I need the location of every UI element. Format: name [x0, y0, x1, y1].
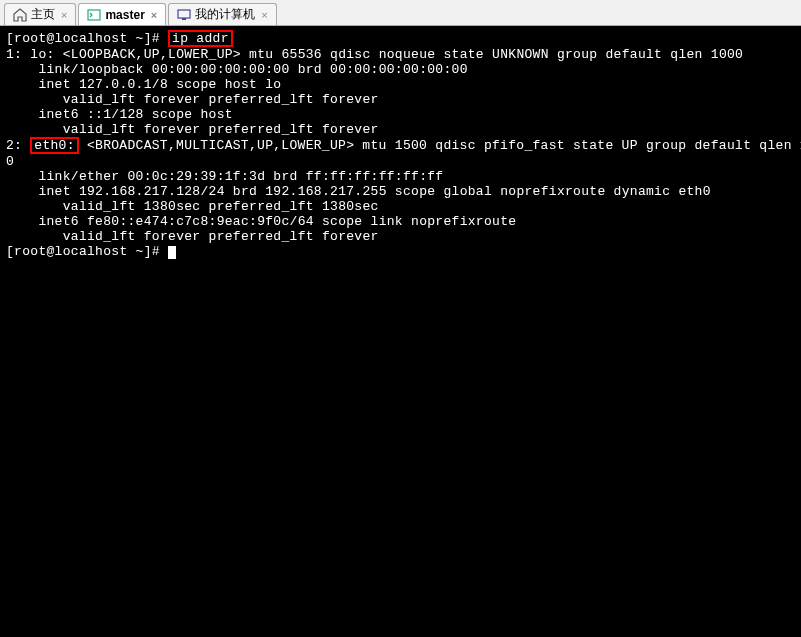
close-icon[interactable]: × [61, 9, 67, 21]
output-line: 1: lo: <LOOPBACK,UP,LOWER_UP> mtu 65536 … [6, 47, 743, 62]
tab-home[interactable]: 主页 × [4, 3, 76, 25]
tab-label: 我的计算机 [195, 6, 255, 23]
output-line: <BROADCAST,MULTICAST,UP,LOWER_UP> mtu 15… [79, 138, 801, 153]
output-line: inet 127.0.0.1/8 scope host lo [6, 77, 281, 92]
computer-icon [177, 8, 191, 22]
interface-highlight: eth0: [30, 137, 79, 154]
terminal-output[interactable]: [root@localhost ~]# ip addr 1: lo: <LOOP… [0, 26, 801, 637]
tab-my-computer[interactable]: 我的计算机 × [168, 3, 276, 25]
svg-rect-0 [88, 10, 100, 20]
prompt: [root@localhost ~]# [6, 244, 168, 259]
tab-label: master [105, 8, 144, 22]
svg-rect-2 [182, 18, 186, 20]
command-highlight: ip addr [168, 30, 233, 47]
cursor [168, 246, 176, 259]
output-line: valid_lft 1380sec preferred_lft 1380sec [6, 199, 379, 214]
tab-master[interactable]: master × [78, 3, 166, 25]
output-line: inet6 fe80::e474:c7c8:9eac:9f0c/64 scope… [6, 214, 516, 229]
output-line: link/ether 00:0c:29:39:1f:3d brd ff:ff:f… [6, 169, 443, 184]
output-line: valid_lft forever preferred_lft forever [6, 92, 379, 107]
close-icon[interactable]: × [261, 9, 267, 21]
output-line: valid_lft forever preferred_lft forever [6, 229, 379, 244]
tab-label: 主页 [31, 6, 55, 23]
close-icon[interactable]: × [151, 9, 157, 21]
terminal-icon [87, 8, 101, 22]
output-line: 2: [6, 138, 30, 153]
output-line: inet 192.168.217.128/24 brd 192.168.217.… [6, 184, 711, 199]
tab-bar: 主页 × master × 我的计算机 × [0, 0, 801, 26]
output-line: 0 [6, 154, 14, 169]
output-line: valid_lft forever preferred_lft forever [6, 122, 379, 137]
output-line: link/loopback 00:00:00:00:00:00 brd 00:0… [6, 62, 468, 77]
svg-rect-1 [178, 10, 190, 18]
prompt: [root@localhost ~]# [6, 31, 168, 46]
output-line: inet6 ::1/128 scope host [6, 107, 233, 122]
home-icon [13, 8, 27, 22]
